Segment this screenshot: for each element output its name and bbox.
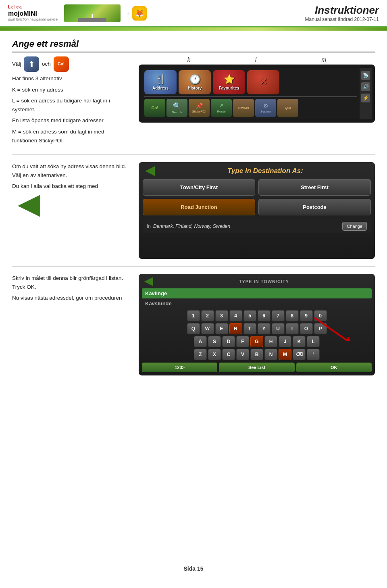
app-label-sticky: StickyPOI [192, 110, 206, 113]
kb-key-q[interactable]: Q [187, 323, 200, 334]
page-subtitle: Manual senast ändrad 2012-07-11 [305, 17, 379, 22]
kb-key-b[interactable]: B [250, 349, 263, 360]
app-label-address: Address [152, 86, 169, 90]
kb-key-m[interactable]: M [279, 349, 291, 360]
header-right: Instruktioner Manual senast ändrad 2012-… [305, 4, 379, 22]
dest-btn-postcode[interactable]: Postcode [258, 199, 371, 215]
plus-nav-icons: + 🦊 [126, 6, 147, 21]
kb-key-x[interactable]: X [208, 349, 221, 360]
kb-key-y[interactable]: Y [258, 323, 270, 334]
text-p7: Du kan i alla val backa ett steg med [12, 182, 129, 191]
kb-key-4[interactable]: 4 [229, 310, 242, 321]
keyboard-screen-mockup: TYPE IN TOWN/CITY Kavlinge Kavslunde 1 2… [139, 274, 375, 375]
kb-key-k[interactable]: K [293, 336, 306, 347]
kb-normal-input: Kavslunde [142, 298, 372, 309]
kb-key-e[interactable]: E [215, 323, 228, 334]
kb-key-3[interactable]: 3 [215, 310, 228, 321]
left-column-1: Välj ⬆ och Go! Här finns 3 alternativ K … [12, 56, 129, 147]
app-icon-go[interactable]: Go! [144, 99, 165, 117]
kb-key-l[interactable]: L [307, 336, 320, 347]
kb-btn-see-list[interactable]: See List [219, 363, 294, 372]
dest-btn-town[interactable]: Town/City First [143, 179, 255, 196]
kb-key-v[interactable]: V [236, 349, 249, 360]
app-label-history: History [188, 86, 202, 90]
dest-btn-street[interactable]: Street First [258, 179, 371, 196]
kb-back-arrow[interactable] [142, 277, 153, 286]
kb-key-7[interactable]: 7 [272, 310, 285, 321]
kb-key-6[interactable]: 6 [258, 310, 270, 321]
back-arrow [12, 195, 40, 217]
app-label-route: Route [217, 110, 225, 113]
app-icon-sticky[interactable]: 📌 StickyPOI [189, 99, 210, 117]
text-p5: M = sök en adress som du lagt in med fun… [12, 127, 129, 145]
app-label-search: Search [172, 111, 182, 114]
kb-btn-ok[interactable]: OK [296, 363, 372, 372]
kb-key-i[interactable]: I [286, 323, 299, 334]
dest-back-arrow[interactable] [143, 166, 155, 176]
logo-tagline: dual function navigation device [8, 17, 58, 22]
kb-key-t[interactable]: T [243, 323, 256, 334]
kb-key-2[interactable]: 2 [201, 310, 214, 321]
app-icon-route[interactable]: ↗ Route [211, 99, 232, 117]
kb-a-row: A S D F G H J K L [142, 336, 372, 347]
kb-key-a[interactable]: A [194, 336, 207, 347]
dest-country-value: Denmark, Finland, Norway, Sweden [153, 223, 340, 229]
keyboard-screen-area: TYPE IN TOWN/CITY Kavlinge Kavslunde 1 2… [139, 274, 375, 375]
logo-area: Leica mojoMINI dual function navigation … [8, 4, 147, 22]
kb-key-8[interactable]: 8 [286, 310, 299, 321]
kb-key-s[interactable]: S [208, 336, 221, 347]
intro-text: Välj ⬆ och Go! [12, 56, 129, 72]
logo-leica: Leica [8, 5, 58, 10]
kb-key-apostrophe[interactable]: ' [307, 349, 320, 360]
app-icon-quit[interactable]: Quit [277, 99, 298, 117]
app-icon-navset[interactable]: NavSet [233, 99, 254, 117]
app-icon-favourites[interactable]: ⭐ Favourites [213, 70, 245, 94]
app-row-2: Go! 🔍 Search 📌 StickyPOI ↗ [142, 97, 360, 119]
left-column-2: Om du valt att söka ny adress visas denn… [12, 162, 129, 259]
kb-key-f[interactable]: F [236, 336, 249, 347]
kb-key-1[interactable]: 1 [187, 310, 200, 321]
third-section: Skriv in målet till denna blir grönfärga… [12, 274, 375, 375]
kb-key-u[interactable]: U [272, 323, 285, 334]
kb-key-w[interactable]: W [201, 323, 214, 334]
app-icon-system[interactable]: ⚙ System [255, 99, 276, 117]
app-icon-search[interactable]: 🔍 Search [166, 99, 187, 117]
dest-btn-junction[interactable]: Road Junction [143, 199, 255, 215]
green-stripe [0, 27, 387, 31]
kb-key-9[interactable]: 9 [300, 310, 313, 321]
text-p2: K = sök en ny adress [12, 85, 129, 94]
side-icon-3[interactable]: ⚡ [361, 94, 370, 102]
plus-sign: + [126, 10, 130, 17]
kb-key-d[interactable]: D [222, 336, 235, 347]
page-number: Sida 15 [183, 565, 203, 572]
dest-screen-title: Type In Destination As: [160, 167, 371, 175]
kb-key-g[interactable]: G [250, 336, 263, 347]
text-p3: L = sök en adress du tidigare har lagt i… [12, 96, 129, 114]
divider-2 [12, 266, 375, 267]
kb-btn-123[interactable]: 123> [142, 363, 217, 372]
kb-keys-area: 1 2 3 4 5 6 7 8 9 0 Q W [142, 310, 372, 360]
app-row-1: 🍴 Address 🕐 History ⭐ Favourites [142, 68, 360, 96]
kb-key-o[interactable]: O [300, 323, 313, 334]
text-p8: Skriv in målet till denna blir grönfärga… [12, 274, 129, 291]
app-icon-address[interactable]: 🍴 Address [144, 70, 177, 94]
app-icon-history[interactable]: 🕐 History [179, 70, 211, 94]
kb-key-backspace[interactable]: ⌫ [293, 349, 306, 360]
dest-header: Type In Destination As: [143, 166, 371, 176]
kb-key-h[interactable]: H [264, 336, 277, 347]
kb-key-j[interactable]: J [279, 336, 291, 347]
label-l: l [255, 56, 256, 63]
dest-country-label: In [147, 223, 151, 229]
app-icon-x[interactable]: ✕ [247, 70, 279, 94]
side-icon-2[interactable]: 🔊 [361, 82, 370, 91]
side-icon-1[interactable]: 📡 [361, 71, 370, 80]
kb-key-r[interactable]: R [229, 323, 242, 334]
label-k: k [187, 56, 190, 63]
app-label-quit: Quit [285, 106, 291, 110]
kb-key-z[interactable]: Z [194, 349, 207, 360]
kb-key-c[interactable]: C [222, 349, 235, 360]
dest-change-button[interactable]: Change [342, 222, 367, 231]
kb-key-n[interactable]: N [264, 349, 277, 360]
page-footer: Sida 15 [0, 557, 387, 580]
kb-key-5[interactable]: 5 [243, 310, 256, 321]
